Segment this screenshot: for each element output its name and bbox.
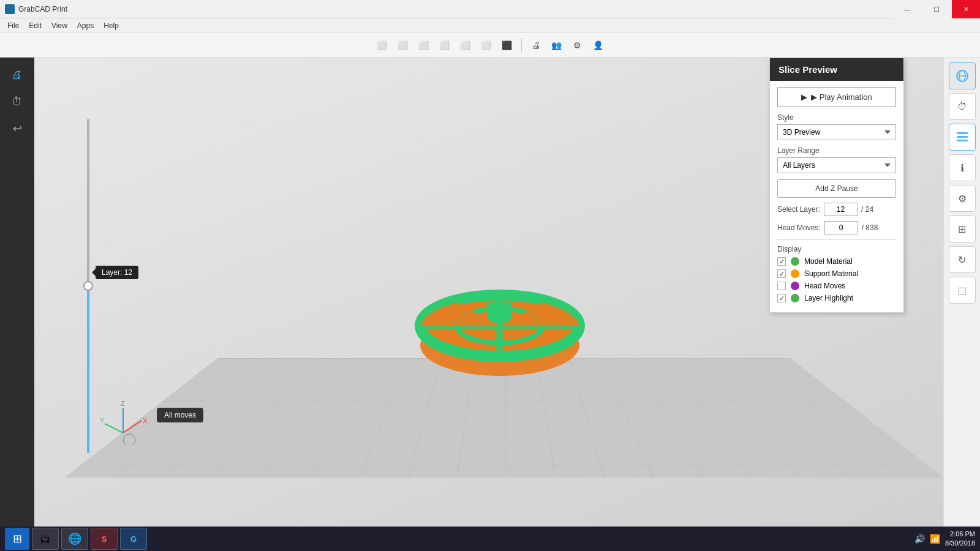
taskbar-explorer[interactable]: 🗂	[32, 528, 59, 550]
svg-rect-8	[488, 302, 512, 321]
sidebar-history-btn[interactable]: ⏱	[5, 89, 29, 114]
sidebar-recent-btn[interactable]: ↩	[5, 116, 29, 141]
tb-settings[interactable]: ⚙	[568, 36, 587, 54]
head-moves-row: Head Moves: / 838	[777, 221, 896, 234]
support-material-check[interactable]	[777, 269, 786, 278]
layer-highlight-label: Layer Highlight	[804, 294, 853, 302]
tb-top-view[interactable]: ⬜	[456, 36, 475, 54]
slice-panel-header: Slice Preview	[770, 58, 903, 81]
menu-edit[interactable]: Edit	[24, 18, 47, 33]
rp-export-btn[interactable]: ⬚	[949, 277, 976, 304]
rp-refresh-btn[interactable]: ↻	[949, 246, 976, 273]
select-layer-label: Select Layer:	[777, 205, 820, 214]
start-button[interactable]: ⊞	[5, 528, 29, 550]
left-sidebar: 🖨 ⏱ ↩	[0, 58, 34, 527]
all-moves-tooltip: All moves	[157, 408, 203, 422]
svg-text:Y: Y	[100, 417, 105, 424]
head-moves-dot	[791, 282, 799, 290]
tb-user[interactable]: 👤	[589, 36, 608, 54]
titlebar: GrabCAD Print — ☐ ✕	[0, 0, 980, 18]
slice-panel-title: Slice Preview	[778, 64, 837, 75]
app-icon	[5, 4, 15, 14]
3d-object	[414, 241, 586, 413]
close-button[interactable]: ✕	[952, 0, 980, 18]
right-panel: ⏱ ℹ ⚙ ⊞ ↻ ⬚	[943, 58, 980, 527]
toolbar: ⬜ ⬜ ⬜ ⬜ ⬜ ⬜ ⬛ 🖨 👥 ⚙ 👤	[0, 33, 980, 58]
layer-range-select[interactable]: All Layers Single Layer Custom	[777, 157, 896, 173]
svg-point-15	[123, 434, 135, 445]
tb-bottom-view[interactable]: ⬜	[477, 36, 496, 54]
tb-front-view[interactable]: ⬜	[373, 36, 391, 54]
taskbar: ⊞ 🗂 🌐 S G 🔊 📶 2:06 PM 8/30/2018	[0, 527, 980, 551]
layer-highlight-dot	[791, 294, 799, 302]
tray-time-display: 2:06 PM	[945, 530, 975, 539]
axes-indicator: X Y Z	[99, 396, 148, 447]
toolbar-separator	[521, 38, 522, 53]
add-z-pause-button[interactable]: Add Z Pause	[777, 179, 896, 198]
tb-right-view[interactable]: ⬜	[435, 36, 454, 54]
tray-volume-icon: 📶	[930, 534, 940, 544]
rp-grid-btn[interactable]: ⊞	[949, 216, 976, 242]
display-model-material: Model Material	[777, 257, 896, 266]
display-title: Display	[777, 245, 896, 253]
slice-panel-body: ▶ ▶ Play Animation Style 3D Preview X-Ra…	[770, 81, 903, 312]
tray-network-icon: 🔊	[914, 534, 925, 544]
sidebar-print-btn[interactable]: 🖨	[5, 62, 29, 87]
head-moves-check[interactable]	[777, 282, 786, 290]
rp-layers-btn[interactable]	[949, 124, 976, 151]
menubar: File Edit View Apps Help	[0, 18, 980, 33]
model-material-dot	[791, 257, 799, 266]
taskbar-solidworks[interactable]: S	[91, 528, 118, 550]
menu-file[interactable]: File	[2, 18, 24, 33]
window-controls: — ☐ ✕	[893, 0, 980, 18]
menu-help[interactable]: Help	[99, 18, 124, 33]
maximize-button[interactable]: ☐	[922, 0, 951, 18]
title-text: GrabCAD Print	[18, 5, 975, 13]
menu-view[interactable]: View	[47, 18, 72, 33]
rp-settings-btn[interactable]: ⚙	[949, 185, 976, 212]
model-material-label: Model Material	[804, 257, 853, 266]
menu-apps[interactable]: Apps	[72, 18, 99, 33]
layer-slider[interactable]	[83, 119, 93, 453]
layer-track-fill	[87, 286, 89, 453]
tb-3d-view[interactable]: ⬛	[498, 36, 516, 54]
display-head-moves: Head Moves	[777, 282, 896, 290]
tb-print[interactable]: 🖨	[527, 36, 545, 54]
head-moves-max: / 838	[862, 223, 878, 232]
minimize-button[interactable]: —	[893, 0, 921, 18]
play-animation-button[interactable]: ▶ ▶ Play Animation	[777, 87, 896, 107]
svg-rect-19	[957, 132, 968, 134]
taskbar-grabcad[interactable]: G	[120, 528, 147, 550]
layer-highlight-check[interactable]	[777, 294, 786, 302]
layer-tooltip: Layer: 12	[96, 266, 138, 279]
svg-line-9	[123, 421, 141, 433]
model-material-check[interactable]	[777, 257, 786, 266]
layer-track	[87, 119, 89, 453]
tray-date-display: 8/30/2018	[945, 539, 975, 548]
display-layer-highlight: Layer Highlight	[777, 294, 896, 302]
head-moves-label: Head Moves:	[777, 223, 821, 232]
svg-rect-21	[957, 140, 968, 141]
svg-text:Z: Z	[121, 400, 125, 407]
tray-clock: 2:06 PM 8/30/2018	[945, 530, 975, 549]
rp-info-btn[interactable]: ℹ	[949, 154, 976, 181]
tb-manage-printers[interactable]: 👥	[548, 36, 566, 54]
tb-left-view[interactable]: ⬜	[415, 36, 433, 54]
taskbar-chrome[interactable]: 🌐	[61, 528, 88, 550]
svg-text:X: X	[143, 417, 148, 424]
select-layer-row: Select Layer: / 24	[777, 203, 896, 216]
rp-clock-btn[interactable]: ⏱	[949, 93, 976, 120]
display-support-material: Support Material	[777, 269, 896, 278]
support-material-dot	[791, 269, 799, 278]
viewport: Layer: 12 All moves X Y Z Slice Preview	[34, 58, 943, 527]
tray-area: 🔊 📶 2:06 PM 8/30/2018	[914, 530, 975, 549]
play-icon: ▶	[801, 92, 807, 102]
head-moves-input[interactable]	[824, 221, 858, 234]
tb-back-view[interactable]: ⬜	[394, 36, 412, 54]
style-select[interactable]: 3D Preview X-Ray Flat	[777, 124, 896, 140]
select-layer-input[interactable]	[824, 203, 858, 216]
play-label: ▶ Play Animation	[811, 92, 872, 102]
layer-thumb[interactable]	[83, 281, 93, 291]
rp-sphere-btn[interactable]	[949, 62, 976, 89]
support-material-label: Support Material	[804, 269, 858, 278]
